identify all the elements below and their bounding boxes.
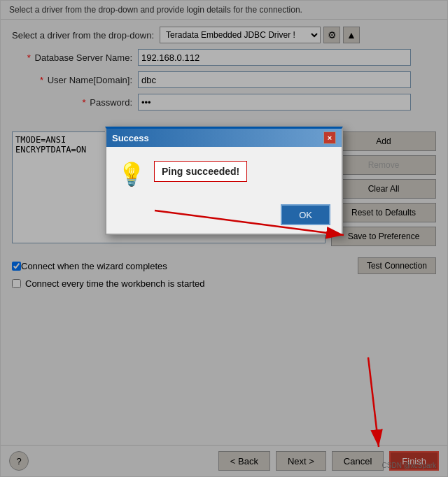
success-dialog: Success × 💡 Ping succeeded! OK — [105, 127, 343, 235]
modal-footer: OK — [106, 199, 342, 234]
main-panel: Select a driver from the drop-down and p… — [0, 0, 448, 477]
modal-title: Success — [112, 133, 149, 143]
modal-body: 💡 Ping succeeded! — [106, 147, 342, 199]
modal-close-button[interactable]: × — [323, 131, 336, 144]
lightbulb-icon: 💡 — [118, 161, 146, 187]
ping-message: Ping succeeded! — [154, 161, 247, 182]
ok-button[interactable]: OK — [281, 204, 330, 225]
modal-overlay: Success × 💡 Ping succeeded! OK — [1, 1, 447, 476]
modal-titlebar: Success × — [106, 129, 342, 147]
